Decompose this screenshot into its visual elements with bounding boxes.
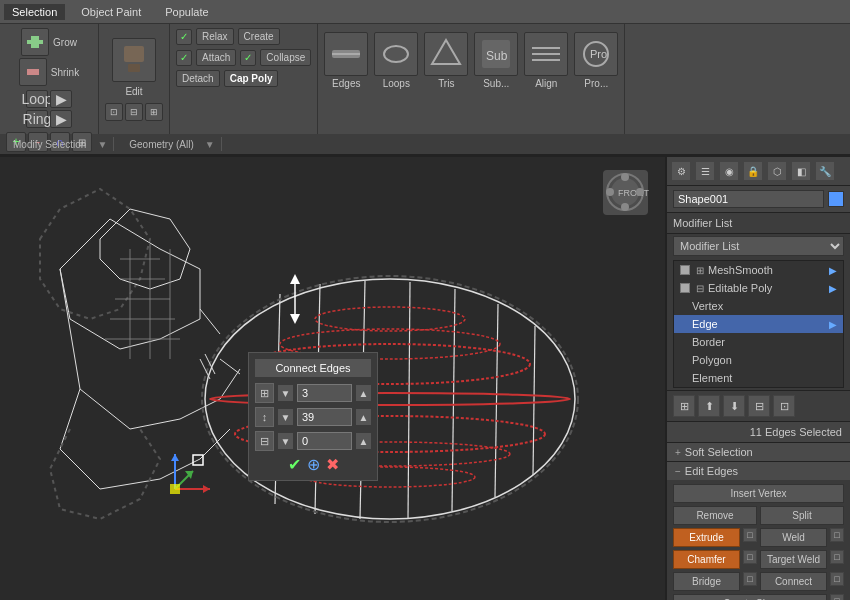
shape-color-box[interactable] (828, 191, 844, 207)
extrude-btn[interactable]: Extrude (673, 528, 740, 547)
loops-icon[interactable] (374, 32, 418, 76)
detach-btn[interactable]: Detach (176, 70, 220, 87)
meshsmooth-checkbox[interactable] (680, 265, 690, 275)
tris-icon[interactable] (424, 32, 468, 76)
soft-selection-header[interactable]: + Soft Selection (667, 443, 850, 461)
chamfer-btn[interactable]: Chamfer (673, 550, 740, 569)
panel-small-icon-3[interactable]: ⬇ (723, 395, 745, 417)
panel-icon-7[interactable]: 🔧 (815, 161, 835, 181)
panel-top-icons: ⚙ ☰ ◉ 🔒 ⬡ ◧ 🔧 (667, 157, 850, 186)
modifier-polygon[interactable]: Polygon (674, 351, 843, 369)
cap-poly-btn[interactable]: Cap Poly (224, 70, 279, 87)
modifier-border[interactable]: Border (674, 333, 843, 351)
shrink-icon[interactable] (19, 58, 47, 86)
svg-rect-1 (31, 36, 39, 40)
dialog-ok-btn[interactable]: ✔ (288, 455, 301, 474)
pinch-input[interactable] (297, 408, 352, 426)
segments-down[interactable]: ▼ (278, 385, 293, 401)
relax-btn[interactable]: Relax (196, 28, 234, 45)
edit-sub-2[interactable]: ⊟ (125, 103, 143, 121)
viewport-gizmo[interactable]: FRONT (598, 165, 653, 220)
edit-sub-3[interactable]: ⊞ (145, 103, 163, 121)
insert-vertex-btn[interactable]: Insert Vertex (673, 484, 844, 503)
edit-edges-header[interactable]: − Edit Edges (667, 462, 850, 480)
edit-sub-1[interactable]: ⊡ (105, 103, 123, 121)
extrude-sq[interactable]: □ (743, 528, 757, 542)
panel-icon-5[interactable]: ⬡ (767, 161, 787, 181)
edit-edges-label: Edit Edges (685, 465, 738, 477)
segments-up[interactable]: ▲ (356, 385, 371, 401)
edge-icon: ▶ (829, 319, 837, 330)
pro-label: Pro... (584, 78, 608, 89)
split-btn[interactable]: Split (760, 506, 844, 525)
align-label: Align (535, 78, 557, 89)
panel-icon-4[interactable]: 🔒 (743, 161, 763, 181)
panel-icon-2[interactable]: ☰ (695, 161, 715, 181)
modifier-edge[interactable]: Edge ▶ (674, 315, 843, 333)
bridge-sq[interactable]: □ (743, 572, 757, 586)
segments-input[interactable] (297, 384, 352, 402)
tab-object-paint[interactable]: Object Paint (73, 4, 149, 20)
remove-btn[interactable]: Remove (673, 506, 757, 525)
edges-icon[interactable] (324, 32, 368, 76)
modifier-dropdown[interactable]: Modifier List (673, 236, 844, 256)
target-weld-btn[interactable]: Target Weld (760, 550, 827, 569)
tab-populate[interactable]: Populate (157, 4, 216, 20)
tab-selection[interactable]: Selection (4, 4, 65, 20)
slide-down[interactable]: ▼ (278, 433, 293, 449)
editable-poly-checkbox[interactable] (680, 283, 690, 293)
slide-up[interactable]: ▲ (356, 433, 371, 449)
connect-btn[interactable]: Connect (760, 572, 827, 591)
weld-btn[interactable]: Weld (760, 528, 827, 547)
pinch-down[interactable]: ▼ (278, 409, 293, 425)
divider-1 (113, 137, 114, 151)
modifier-editable-poly[interactable]: ⊟ Editable Poly ▶ (674, 279, 843, 297)
dialog-cancel-btn[interactable]: ✖ (326, 455, 339, 474)
attach-btn[interactable]: Attach (196, 49, 236, 66)
loop-extend-btn[interactable]: ▶ (50, 90, 72, 108)
shape-name-input[interactable] (673, 190, 824, 208)
relax-check[interactable]: ✓ (176, 29, 192, 45)
modifier-vertex[interactable]: Vertex (674, 297, 843, 315)
viewport[interactable]: TOP/FRONT (0, 157, 665, 600)
pro-icon[interactable]: Pro (574, 32, 618, 76)
panel-icon-3[interactable]: ◉ (719, 161, 739, 181)
collapse-check[interactable]: ✓ (240, 50, 256, 66)
modifier-list-label: Modifier List (667, 213, 850, 234)
align-icon[interactable] (524, 32, 568, 76)
svg-rect-4 (124, 46, 144, 62)
edit-big-btn[interactable] (112, 38, 156, 82)
panel-small-icon-5[interactable]: ⊡ (773, 395, 795, 417)
panel-small-icon-2[interactable]: ⬆ (698, 395, 720, 417)
collapse-btn[interactable]: Collapse (260, 49, 311, 66)
modify-selection-item[interactable]: Modify Selection (4, 136, 95, 153)
target-weld-sq[interactable]: □ (830, 550, 844, 564)
panel-icon-6[interactable]: ◧ (791, 161, 811, 181)
panel-icon-1[interactable]: ⚙ (671, 161, 691, 181)
dialog-add-btn[interactable]: ⊕ (307, 455, 320, 474)
pinch-up[interactable]: ▲ (356, 409, 371, 425)
geometry-all-item[interactable]: Geometry (All) (120, 136, 202, 153)
create-btn[interactable]: Create (238, 28, 280, 45)
svg-rect-44 (170, 484, 180, 494)
panel-small-icon-4[interactable]: ⊟ (748, 395, 770, 417)
slide-input[interactable] (297, 432, 352, 450)
connect-dialog-title: Connect Edges (255, 359, 371, 377)
grow-icon[interactable] (21, 28, 49, 56)
attach-check[interactable]: ✓ (176, 50, 192, 66)
create-shape-btn[interactable]: Create Sh... (673, 594, 827, 600)
sub-icon[interactable]: Sub (474, 32, 518, 76)
bridge-connect-row: Bridge □ Connect □ (673, 572, 844, 591)
weld-sq[interactable]: □ (830, 528, 844, 542)
chamfer-sq[interactable]: □ (743, 550, 757, 564)
ring-extend-btn[interactable]: ▶ (50, 110, 72, 128)
bridge-btn[interactable]: Bridge (673, 572, 740, 591)
modifier-element[interactable]: Element (674, 369, 843, 387)
shrink-label: Shrink (51, 67, 79, 78)
panel-small-icon-1[interactable]: ⊞ (673, 395, 695, 417)
connect-sq[interactable]: □ (830, 572, 844, 586)
modifier-meshsmooth[interactable]: ⊞ MeshSmooth ▶ (674, 261, 843, 279)
create-shape-sq[interactable]: □ (830, 594, 844, 600)
loop-btn[interactable]: Loop (26, 90, 48, 108)
ring-btn[interactable]: Ring (26, 110, 48, 128)
